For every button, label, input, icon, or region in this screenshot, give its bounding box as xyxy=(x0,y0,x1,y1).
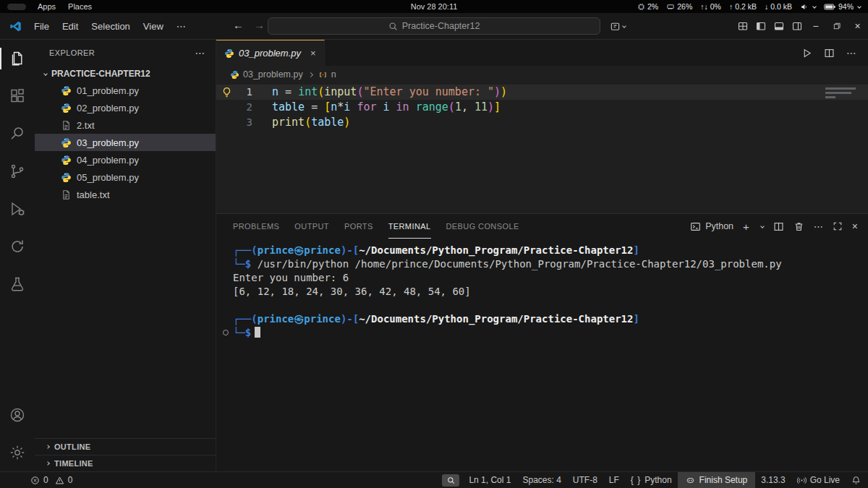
eol-indicator[interactable]: LF xyxy=(603,472,625,488)
command-center-search[interactable]: Practice-Chapter12 xyxy=(268,17,600,35)
text-file-icon xyxy=(61,189,72,200)
settings-button[interactable] xyxy=(0,434,35,471)
minimap[interactable] xyxy=(825,87,859,100)
upload-indicator[interactable]: ↑0.2 kB xyxy=(729,2,757,11)
file-row-01_problem[interactable]: 01_problem.py xyxy=(35,82,216,99)
breadcrumb-symbol[interactable]: n xyxy=(331,69,336,80)
new-terminal-button[interactable]: + xyxy=(743,221,749,233)
split-terminal-button[interactable] xyxy=(773,221,784,232)
toggle-panel-icon[interactable] xyxy=(773,20,785,32)
forward-button[interactable]: → xyxy=(254,19,265,31)
file-row-02_problem[interactable]: 02_problem.py xyxy=(35,99,216,116)
chevron-right-icon xyxy=(46,445,50,449)
code-line-3[interactable]: 3 print(table) xyxy=(216,115,868,130)
activities-pill[interactable] xyxy=(7,4,26,10)
encoding-indicator[interactable]: UTF-8 xyxy=(567,472,603,488)
line-number: 2 xyxy=(236,100,252,115)
language-mode[interactable]: { }Python xyxy=(625,472,678,488)
workbench: EXPLORER ⋯ PRACTICE-CHAPTER12 01_problem… xyxy=(0,40,868,471)
line-number: 1 xyxy=(236,85,252,100)
terminal-shell-item[interactable]: Python xyxy=(690,221,733,232)
toggle-sidebar-icon[interactable] xyxy=(755,20,767,32)
network-usage-indicator[interactable]: ↑↓0% xyxy=(700,2,721,11)
toggle-secondary-sidebar-icon[interactable] xyxy=(791,20,803,32)
memory-indicator[interactable]: 26% xyxy=(666,2,692,11)
code-line-1[interactable]: 1 n = int(input("Enter you number: ")) xyxy=(216,85,868,100)
cpu-indicator[interactable]: 2% xyxy=(637,2,658,11)
terminal-profile-dropdown-icon[interactable] xyxy=(760,224,765,228)
back-button[interactable]: ← xyxy=(233,19,244,31)
timeline-section[interactable]: TIMELINE xyxy=(35,455,216,471)
run-button[interactable] xyxy=(801,48,812,59)
tab-03_problem[interactable]: 03_problem.py × xyxy=(216,40,325,66)
download-indicator[interactable]: ↓0.0 kB xyxy=(765,2,792,11)
workspace-root-folder[interactable]: PRACTICE-CHAPTER12 xyxy=(35,65,216,82)
code-line-2[interactable]: 2 table = [n*i for i in range(1, 11)] xyxy=(216,100,868,115)
editor-more-actions[interactable]: ⋯ xyxy=(846,47,856,59)
tab-terminal[interactable]: TERMINAL xyxy=(388,214,431,239)
accounts-button[interactable] xyxy=(0,396,35,434)
split-editor-button[interactable] xyxy=(824,48,835,59)
apps-menu[interactable]: Apps xyxy=(38,2,56,11)
notifications-bell-icon[interactable] xyxy=(846,472,862,488)
source-control-activity-button[interactable] xyxy=(0,153,35,190)
customize-layout-icon[interactable] xyxy=(737,20,749,32)
tab-problems[interactable]: PROBLEMS xyxy=(233,214,279,239)
menu-edit[interactable]: Edit xyxy=(56,18,85,35)
zoom-indicator[interactable] xyxy=(442,474,459,487)
run-debug-activity-button[interactable] xyxy=(0,190,35,228)
file-row-05_problem[interactable]: 05_problem.py xyxy=(35,168,216,186)
sync-activity-button[interactable] xyxy=(0,228,35,265)
restore-button[interactable] xyxy=(826,13,847,39)
minimize-button[interactable]: − xyxy=(805,13,826,39)
explorer-more-actions[interactable]: ⋯ xyxy=(195,47,205,59)
tab-output[interactable]: OUTPUT xyxy=(294,214,329,239)
command-decoration-icon[interactable] xyxy=(223,330,229,335)
terminal-output[interactable]: ┌──(prince㉿prince)-[~/Documents/Python_P… xyxy=(216,239,868,471)
go-live-button[interactable]: Go Live xyxy=(791,472,846,488)
terminal-output-line: [6, 12, 18, 24, 30, 36, 42, 48, 54, 60] xyxy=(233,285,868,299)
close-window-button[interactable]: × xyxy=(847,13,868,39)
clock[interactable]: Nov 28 20:11 xyxy=(411,2,458,11)
battery-indicator[interactable]: 94% xyxy=(824,2,861,11)
places-menu[interactable]: Places xyxy=(68,2,92,11)
menu-view[interactable]: View xyxy=(137,18,170,35)
activity-bar xyxy=(0,40,35,471)
cursor-position[interactable]: Ln 1, Col 1 xyxy=(463,472,516,488)
file-row-03_problem[interactable]: 03_problem.py xyxy=(35,134,216,151)
testing-activity-button[interactable] xyxy=(0,265,35,303)
breadcrumb-file[interactable]: 03_problem.py xyxy=(243,69,303,80)
menu-file[interactable]: File xyxy=(27,18,56,35)
tab-ports[interactable]: PORTS xyxy=(344,214,373,239)
prompt-frame: └─ xyxy=(233,258,245,270)
extensions-activity-button[interactable] xyxy=(0,77,35,115)
panel-more-actions[interactable]: ⋯ xyxy=(814,221,823,232)
file-row-2txt[interactable]: 2.txt xyxy=(35,116,216,134)
error-icon xyxy=(30,476,40,485)
close-panel-button[interactable]: × xyxy=(852,221,858,232)
command-center-dropdown[interactable] xyxy=(610,21,626,32)
prompt-frame: ] xyxy=(633,313,639,325)
file-row-04_problem[interactable]: 04_problem.py xyxy=(35,151,216,168)
maximize-panel-button[interactable] xyxy=(833,221,843,231)
run-debug-icon xyxy=(9,200,26,218)
editor-code-area[interactable]: 1 n = int(input("Enter you number: ")) 2… xyxy=(216,83,868,213)
lightbulb-icon[interactable] xyxy=(221,87,232,98)
volume-indicator[interactable] xyxy=(800,3,816,11)
indentation-indicator[interactable]: Spaces: 4 xyxy=(516,472,566,488)
problems-indicator[interactable]: 0 0 xyxy=(30,475,78,485)
window-controls: − × xyxy=(805,13,868,39)
menu-overflow[interactable]: ⋯ xyxy=(170,18,192,35)
outline-section[interactable]: OUTLINE xyxy=(35,438,216,455)
search-activity-button[interactable] xyxy=(0,115,35,153)
finish-setup-button[interactable]: Finish Setup xyxy=(678,472,756,488)
tab-close-icon[interactable]: × xyxy=(310,48,316,59)
prompt-frame: )-[ xyxy=(341,244,359,256)
explorer-activity-button[interactable] xyxy=(0,40,35,77)
file-row-tabletxt[interactable]: table.txt xyxy=(35,186,216,203)
tab-debug-console[interactable]: DEBUG CONSOLE xyxy=(446,214,519,239)
memory-icon xyxy=(666,3,675,11)
menu-selection[interactable]: Selection xyxy=(85,18,136,35)
python-version-indicator[interactable]: 3.13.3 xyxy=(755,472,791,488)
kill-terminal-button[interactable] xyxy=(793,221,804,232)
